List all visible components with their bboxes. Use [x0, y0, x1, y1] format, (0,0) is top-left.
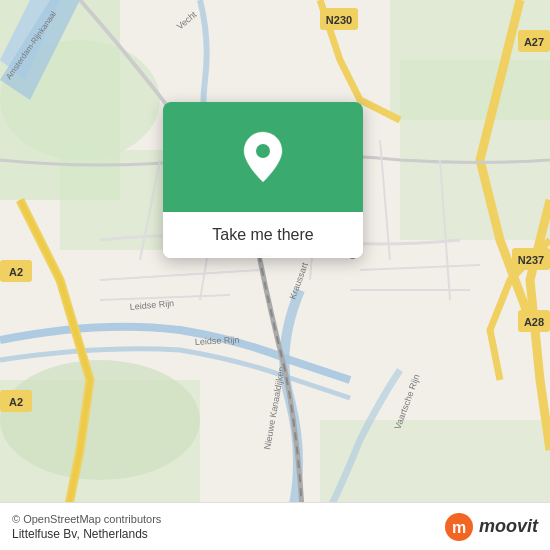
svg-text:A27: A27: [524, 36, 544, 48]
svg-rect-5: [400, 60, 550, 240]
bottom-bar: © OpenStreetMap contributors Littelfuse …: [0, 502, 550, 550]
attribution-text: © OpenStreetMap contributors: [12, 513, 161, 525]
moovit-logo: m moovit: [443, 511, 538, 543]
take-me-there-button[interactable]: Take me there: [163, 212, 363, 258]
moovit-text: moovit: [479, 516, 538, 537]
svg-point-40: [256, 144, 270, 158]
svg-text:A28: A28: [524, 316, 544, 328]
svg-point-7: [0, 360, 200, 480]
svg-text:m: m: [452, 519, 466, 536]
popup-tail: [253, 257, 273, 258]
map-svg: A2 A2 A27 A28 N230 N237 Leidse Rijn Leid…: [0, 0, 550, 550]
svg-text:N237: N237: [518, 254, 544, 266]
popup-header: [163, 102, 363, 212]
location-label: Littelfuse Bv, Netherlands: [12, 527, 161, 541]
svg-text:A2: A2: [9, 266, 23, 278]
location-pin-icon: [241, 130, 285, 184]
svg-text:A2: A2: [9, 396, 23, 408]
map-container: A2 A2 A27 A28 N230 N237 Leidse Rijn Leid…: [0, 0, 550, 550]
bottom-bar-left: © OpenStreetMap contributors Littelfuse …: [12, 513, 161, 541]
location-popup: Take me there: [163, 102, 363, 258]
moovit-logo-icon: m: [443, 511, 475, 543]
svg-text:N230: N230: [326, 14, 352, 26]
